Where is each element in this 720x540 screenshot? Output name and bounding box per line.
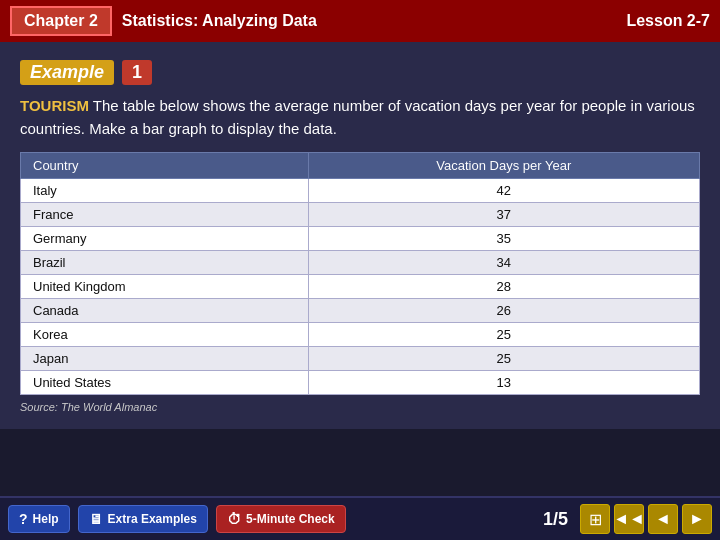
check-label: 5-Minute Check bbox=[246, 512, 335, 526]
table-row: Canada26 bbox=[21, 299, 700, 323]
country-cell: Canada bbox=[21, 299, 309, 323]
table-row: Korea25 bbox=[21, 323, 700, 347]
days-cell: 25 bbox=[308, 347, 699, 371]
intro-body: The table below shows the average number… bbox=[20, 97, 695, 137]
extra-icon: 🖥 bbox=[89, 511, 103, 527]
header-title: Statistics: Analyzing Data bbox=[122, 12, 627, 30]
country-cell: France bbox=[21, 203, 309, 227]
page-indicator: 1/5 bbox=[543, 509, 568, 530]
country-cell: United States bbox=[21, 371, 309, 395]
nav-prev-button[interactable]: ◄ bbox=[648, 504, 678, 534]
source-text: Source: The World Almanac bbox=[20, 401, 700, 413]
country-cell: Germany bbox=[21, 227, 309, 251]
nav-buttons: ⊞ ◄◄ ◄ ► bbox=[580, 504, 712, 534]
table-row: France37 bbox=[21, 203, 700, 227]
country-cell: Brazil bbox=[21, 251, 309, 275]
days-cell: 34 bbox=[308, 251, 699, 275]
source-label: Source: bbox=[20, 401, 58, 413]
country-cell: United Kingdom bbox=[21, 275, 309, 299]
intro-text: TOURISM The table below shows the averag… bbox=[20, 95, 700, 140]
table-row: Japan25 bbox=[21, 347, 700, 371]
extra-examples-button[interactable]: 🖥 Extra Examples bbox=[78, 505, 208, 533]
days-cell: 42 bbox=[308, 179, 699, 203]
footer-bar: ? Help 🖥 Extra Examples ⏱ 5-Minute Check… bbox=[0, 496, 720, 540]
extra-label: Extra Examples bbox=[108, 512, 197, 526]
help-icon: ? bbox=[19, 511, 28, 527]
days-cell: 13 bbox=[308, 371, 699, 395]
table-row: United Kingdom28 bbox=[21, 275, 700, 299]
help-button[interactable]: ? Help bbox=[8, 505, 70, 533]
chapter-label: Chapter 2 bbox=[10, 6, 112, 36]
country-cell: Italy bbox=[21, 179, 309, 203]
table-row: Brazil34 bbox=[21, 251, 700, 275]
example-label: Example bbox=[20, 60, 114, 85]
header-bar: Chapter 2 Statistics: Analyzing Data Les… bbox=[0, 0, 720, 42]
table-row: Germany35 bbox=[21, 227, 700, 251]
help-label: Help bbox=[33, 512, 59, 526]
source-value: The World Almanac bbox=[61, 401, 157, 413]
table-row: United States13 bbox=[21, 371, 700, 395]
col-header-country: Country bbox=[21, 153, 309, 179]
check-icon: ⏱ bbox=[227, 511, 241, 527]
example-number: 1 bbox=[122, 60, 152, 85]
main-content: Example 1 TOURISM The table below shows … bbox=[0, 42, 720, 429]
nav-home-button[interactable]: ⊞ bbox=[580, 504, 610, 534]
days-cell: 26 bbox=[308, 299, 699, 323]
nav-next-button[interactable]: ► bbox=[682, 504, 712, 534]
nav-first-button[interactable]: ◄◄ bbox=[614, 504, 644, 534]
table-row: Italy42 bbox=[21, 179, 700, 203]
days-cell: 25 bbox=[308, 323, 699, 347]
days-cell: 28 bbox=[308, 275, 699, 299]
lesson-label: Lesson 2-7 bbox=[626, 12, 710, 30]
five-minute-check-button[interactable]: ⏱ 5-Minute Check bbox=[216, 505, 346, 533]
example-badge: Example 1 bbox=[20, 60, 152, 85]
tourism-highlight: TOURISM bbox=[20, 97, 89, 114]
col-header-days: Vacation Days per Year bbox=[308, 153, 699, 179]
vacation-table: Country Vacation Days per Year Italy42Fr… bbox=[20, 152, 700, 395]
days-cell: 37 bbox=[308, 203, 699, 227]
country-cell: Japan bbox=[21, 347, 309, 371]
days-cell: 35 bbox=[308, 227, 699, 251]
country-cell: Korea bbox=[21, 323, 309, 347]
